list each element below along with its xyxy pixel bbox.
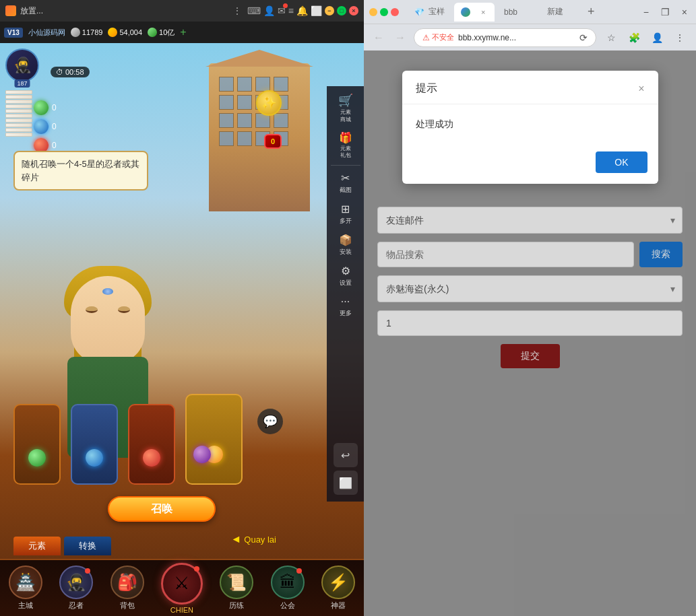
reload-icon[interactable]: ⟳	[579, 32, 588, 43]
browser-tab-gem[interactable]: 💎 宝样	[408, 3, 451, 22]
convert-tab[interactable]: 转换	[64, 537, 111, 555]
browser-tab-bbb[interactable]: bbb	[497, 3, 538, 22]
back-arrow[interactable]: ←	[371, 32, 387, 44]
tool-screenshot[interactable]: ✂ 截图	[329, 168, 362, 198]
mail-icon[interactable]: ✉	[278, 5, 286, 16]
ok-button[interactable]: OK	[596, 151, 647, 173]
bottom-nav: 🏯 主城 🥷 忍者 🎒 背包 ⚔ CHIEN 📜	[0, 559, 364, 616]
nav-item-chien[interactable]: ⚔ CHIEN	[161, 563, 203, 614]
tool-settings[interactable]: ⚙ 设置	[329, 261, 362, 291]
install-icon: 📦	[339, 234, 352, 246]
tab-close-button[interactable]: ×	[481, 8, 485, 16]
coin-stat: 54,004	[108, 28, 142, 37]
scroll-item-1[interactable]	[13, 404, 61, 485]
quay-lai-text: Quay lai	[244, 535, 276, 545]
tab-favicon	[461, 7, 470, 17]
tool-multiopen[interactable]: ⊞ 多开	[329, 199, 362, 229]
browser-close[interactable]	[391, 8, 399, 16]
element-tab[interactable]: 元素	[13, 537, 61, 555]
summon-button[interactable]: 召唤	[108, 496, 216, 522]
minimize-button[interactable]: −	[325, 6, 334, 15]
quay-lai-button[interactable]: ◄ Quay lai	[230, 533, 276, 545]
address-box[interactable]: ⚠ 不安全 bbb.xxymw.ne... ⟳	[414, 28, 596, 47]
chat-bubble[interactable]: 💬	[257, 409, 283, 434]
extension-icon[interactable]: 🧩	[625, 28, 643, 47]
paper	[5, 123, 32, 127]
browser-minimize[interactable]	[369, 8, 377, 16]
add-resource-button[interactable]: +	[180, 26, 186, 38]
chat-icon: 💬	[263, 414, 278, 429]
scroll-item-3[interactable]	[128, 404, 175, 485]
coin-icon	[108, 28, 117, 37]
paper	[5, 128, 32, 132]
close-button[interactable]: ×	[349, 6, 358, 15]
nav-item-god[interactable]: ⚡ 神器	[321, 566, 355, 611]
scroll-area	[13, 394, 243, 485]
nav-label-bag: 背包	[120, 601, 135, 611]
notifications-icon[interactable]: 🔔	[296, 5, 308, 16]
nav-item-home[interactable]: 🏯 主城	[9, 566, 42, 611]
avatar-level: 187	[14, 79, 30, 88]
game-content: 0 0 0	[0, 43, 364, 559]
browser-menu[interactable]: ⋮	[670, 28, 689, 47]
window-icon[interactable]: ⬜	[311, 5, 322, 16]
maximize-button[interactable]: □	[337, 6, 346, 15]
scroll-item-2[interactable]	[71, 404, 118, 485]
modal-overlay: 提示 × 处理成功 OK	[364, 50, 696, 616]
ninja-icon: 🥷	[66, 573, 86, 592]
star-bookmark[interactable]: ☆	[602, 28, 621, 47]
gem-icon: 💎	[414, 7, 424, 17]
avatar-circle[interactable]: 🥷	[5, 48, 39, 82]
timer-icon: ⏱	[56, 68, 63, 76]
shop-icon: 🛒	[338, 93, 353, 108]
nav-home-button[interactable]: ⬜	[334, 471, 358, 495]
scroll-orb-5	[193, 446, 211, 463]
browser-winrestore[interactable]: ❐	[658, 5, 673, 19]
address-url: bbb.xxymw.ne...	[458, 33, 516, 42]
alert-close-button[interactable]: ×	[638, 83, 644, 94]
keyboard-icon[interactable]: ⌨	[247, 5, 261, 16]
guild-icon-bg: 🏛	[271, 566, 305, 599]
browser-maximize[interactable]	[380, 8, 388, 16]
browser-tab-new[interactable]: 新建	[540, 3, 581, 22]
shop-label2: 商城	[340, 116, 351, 123]
coin-value: 54,004	[119, 28, 142, 36]
gift-count: 0	[264, 134, 282, 149]
scroll-item-4[interactable]	[185, 394, 243, 485]
bg-window	[274, 77, 288, 92]
game-icon	[5, 5, 16, 16]
browser-winclose[interactable]: ×	[678, 5, 691, 19]
nav-item-history[interactable]: 📜 历练	[220, 566, 253, 611]
tool-shop[interactable]: 🛒 元素 商城	[329, 90, 362, 127]
stat-val-3: 0	[52, 141, 57, 150]
menu-icon[interactable]: ≡	[288, 5, 294, 16]
alert-message: 处理成功	[416, 118, 453, 129]
nav-label-guild: 公会	[280, 601, 295, 611]
home-icon-bg: 🏯	[9, 566, 42, 599]
bg-window	[255, 77, 270, 92]
chien-icon-bg: ⚔	[161, 563, 203, 605]
bg-building	[209, 63, 310, 211]
face-icon[interactable]: 👤	[263, 5, 275, 16]
tool-more[interactable]: ··· 更多	[329, 292, 362, 321]
nav-back-button[interactable]: ↩	[334, 443, 358, 467]
tool-install[interactable]: 📦 安装	[329, 230, 362, 260]
bg-window	[237, 95, 252, 110]
char-eye-left	[86, 306, 98, 313]
profile-icon[interactable]: 👤	[647, 28, 666, 47]
ninja-notification	[85, 568, 90, 574]
server-name: 小仙源码网	[28, 28, 65, 38]
title-text: 放置...	[20, 5, 226, 17]
browser-window-controls	[369, 8, 399, 16]
nav-item-ninja[interactable]: 🥷 忍者	[59, 566, 93, 611]
nav-item-bag[interactable]: 🎒 背包	[110, 566, 144, 611]
browser-winmin[interactable]: −	[640, 5, 652, 19]
home-icon: 🏯	[15, 573, 36, 592]
new-tab-button[interactable]: +	[583, 5, 599, 19]
browser-tab-active[interactable]: ×	[454, 3, 495, 22]
forward-arrow[interactable]: →	[392, 32, 408, 44]
more-options[interactable]: ⋮	[230, 5, 245, 16]
nav-item-guild[interactable]: 🏛 公会	[271, 566, 305, 611]
tool-gift[interactable]: 🎁 元素 礼包	[329, 128, 362, 163]
alert-title: 提示	[416, 81, 437, 96]
